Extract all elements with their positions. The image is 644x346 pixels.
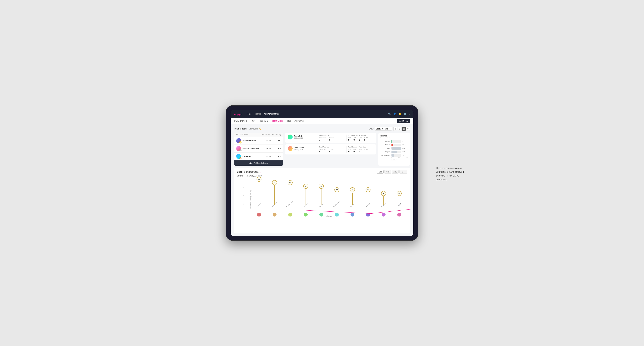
team-controls: Show Last 3 months ⊞ ☰ ▦ ▼ [368, 127, 410, 131]
streak-bubble: 5x [303, 184, 308, 189]
streak-player-col: 6x B. McHerg [267, 178, 282, 205]
tick-200: 200 [398, 157, 400, 159]
streak-player-col: 5x J. Coles [298, 178, 314, 205]
bar-fill [392, 147, 401, 150]
settings-icon[interactable]: ⚙️ [404, 113, 406, 115]
sub-nav-hcaps[interactable]: Hcaps 1-5 [259, 118, 268, 124]
bar-row: Bogeys 311 [380, 151, 408, 153]
player-name-1: Richard Butler [242, 140, 256, 142]
streak-avatar [288, 213, 292, 216]
sub-nav-tour[interactable]: Tour [287, 118, 291, 124]
streak-player-col: 4x M. Miller [360, 178, 376, 205]
filter-ott[interactable]: OTT [377, 170, 384, 173]
add-team-button[interactable]: Add Team [397, 119, 410, 123]
period-select[interactable]: Last 3 months [375, 127, 392, 131]
bar-chart-panel: Rounds Tournament Practice Eagles 3 Bird… [378, 133, 410, 166]
avatar-icon[interactable]: ● [408, 113, 410, 115]
badge-3: 3 [240, 157, 242, 159]
streak-avatar [366, 213, 370, 216]
view-leaderboard-button[interactable]: View Full Leaderboard [234, 161, 283, 166]
streak-line [259, 182, 259, 205]
streaks-title: Best Round Streaks [237, 171, 259, 173]
streak-bubble: 4x [366, 187, 370, 192]
bell-icon[interactable]: 🔔 [398, 113, 401, 115]
nav-my-performance[interactable]: My Performance [264, 113, 280, 115]
streaks-section: Best Round Streaks ← OTT APP ARG PUTT Of… [234, 168, 410, 233]
streak-player-col: 3x C. Quick [392, 178, 407, 205]
filter-putt[interactable]: PUTT [399, 170, 407, 173]
bar-label: D. Bogeys + [380, 155, 390, 156]
bar-fill [392, 144, 394, 146]
filter-arg[interactable]: ARG [392, 170, 399, 173]
practice-act-label-2: Total Practice Activities [348, 146, 374, 148]
card-player-name-1: Rees Britt [294, 135, 303, 137]
annotation-line3: across OTT, APP, ARG [436, 174, 464, 178]
practice-legend: Practice [389, 137, 394, 139]
nav-teams[interactable]: Teams [254, 113, 261, 115]
app-val-1: 0 [354, 139, 356, 141]
sub-nav-all-players[interactable]: All Players [294, 118, 304, 124]
card-view-btn[interactable]: ▦ [402, 127, 406, 131]
bar-value: 499 [402, 148, 408, 149]
chart-x-label: Total Shots [380, 159, 408, 161]
sub-nav-pgat[interactable]: PGAT Players [234, 118, 247, 124]
bar-track [392, 147, 401, 150]
streak-player-col: 4x E. Crossman [329, 178, 345, 205]
y-tick-0: 0 [243, 203, 244, 205]
card-date-2: 26 Aug 2023 [294, 149, 304, 151]
streak-chart-area: Best Streak, Fairway Accuracy 0 2 4 6 [237, 178, 407, 231]
streak-filter-buttons: OTT APP ARG PUTT [377, 170, 407, 173]
streak-avatar [273, 213, 276, 216]
streak-line [290, 185, 290, 205]
chart-subtitle: Off The Tee, Fairway Accuracy [237, 175, 407, 177]
grid-view-btn[interactable]: ⊞ [394, 127, 397, 131]
table-row[interactable]: 3 Cameron... 17/20 103 [234, 153, 283, 161]
bar-track [392, 144, 401, 146]
bar-row: Pars 499 [380, 147, 408, 150]
nav-home[interactable]: Home [246, 113, 252, 115]
player-info-2: 2 Edward Crossman [236, 146, 260, 151]
card-rounds-1: Total Rounds Tournament 8 Practice [317, 135, 344, 141]
streak-bubble: 4x [350, 187, 355, 192]
team-header: Team Clippd | 14 Players ✏️ Show Last 3 … [234, 127, 410, 131]
practice-val-1: 4 [329, 139, 334, 141]
putt-label-1: PUTT [364, 137, 368, 139]
tick-400: 400 [406, 157, 408, 159]
streak-player-col: 5x R. Britt [314, 178, 329, 205]
bar-value: 3 [402, 141, 408, 142]
streak-avatar [350, 213, 354, 216]
edit-icon[interactable]: ✏️ [259, 128, 262, 130]
bar-label: Birdies [380, 144, 390, 146]
badge-2: 2 [240, 149, 242, 151]
player-info-1: 1 Richard Butler [236, 138, 260, 143]
bar-fill [392, 151, 398, 153]
streak-name: D. Billingham [286, 201, 293, 207]
streak-avatar [320, 213, 323, 216]
streak-avatar [382, 213, 386, 216]
leaderboard-panel: PLAYER NAME PB SCORE PB AVG SQ 1 Richard… [234, 133, 283, 166]
bar-fill [392, 154, 394, 157]
app-label-1: APP [354, 137, 356, 139]
annotation-text: Here you can see streaks your players ha… [436, 166, 464, 181]
player-card-1: Rees Britt 02 Sep 2023 Total Rounds Tour… [285, 133, 376, 143]
rounds-label-1: Total Rounds [319, 135, 344, 136]
filter-app[interactable]: APP [384, 170, 391, 173]
arg-label-1: ARG [359, 137, 362, 139]
streak-line [306, 189, 306, 205]
sub-nav-pga[interactable]: PGA [251, 118, 255, 124]
putt-label-2: PUTT [364, 149, 368, 150]
team-title: Team Clippd [234, 128, 246, 130]
table-row[interactable]: 2 Edward Crossman 18/20 107 [234, 145, 283, 153]
streaks-header: Best Round Streaks ← OTT APP ARG PUTT [237, 170, 407, 173]
rounds-row-1: Tournament 8 Practice 4 [319, 137, 344, 141]
app-label-2: APP [354, 149, 356, 150]
user-icon[interactable]: 👤 [393, 113, 396, 115]
streak-line [321, 189, 322, 205]
filter-btn[interactable]: ▼ [406, 127, 410, 131]
sub-nav-team-clippd[interactable]: Team Clippd [272, 118, 284, 124]
player-count: | 14 Players [248, 128, 258, 130]
table-row[interactable]: 1 Richard Butler 19/20 110 [234, 137, 283, 145]
tournament-val-2: 7 [319, 150, 326, 153]
list-view-btn[interactable]: ☰ [398, 127, 402, 131]
search-icon[interactable]: 🔍 [388, 113, 391, 115]
